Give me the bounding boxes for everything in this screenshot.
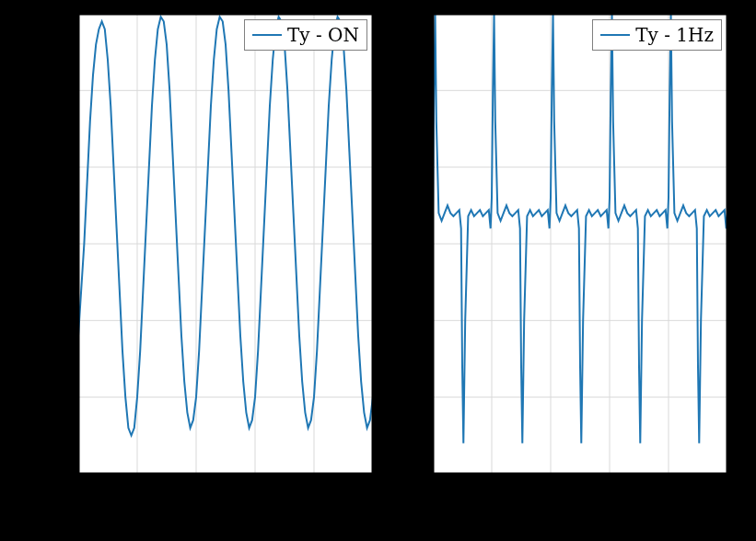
figure: Ty - ON 012345-15-10-5051015 Ty - 1Hz 01… (0, 0, 756, 541)
svg-text:15: 15 (46, 3, 69, 25)
svg-text:1: 1 (132, 480, 144, 502)
svg-text:5: 5 (367, 480, 379, 502)
legend-right: Ty - 1Hz (592, 19, 722, 51)
right-chart-svg (433, 14, 727, 474)
svg-text:0: 0 (427, 480, 439, 502)
legend-left: Ty - ON (244, 19, 367, 51)
y-axis-label: Torque [mN·m] (23, 166, 46, 322)
svg-text:-5: -5 (406, 309, 424, 331)
svg-text:3: 3 (250, 480, 262, 502)
legend-label: Ty - 1Hz (635, 24, 714, 46)
x-axis-label-right: Time [s] (546, 504, 630, 527)
right-chart: Ty - 1Hz (433, 14, 727, 474)
svg-text:2: 2 (191, 480, 203, 502)
legend-swatch (600, 34, 630, 36)
x-axis-label-left: Time [s] (192, 504, 275, 527)
svg-text:2: 2 (545, 480, 557, 502)
svg-text:3: 3 (604, 480, 616, 502)
svg-text:4: 4 (663, 480, 675, 502)
svg-text:15: 15 (401, 3, 424, 25)
svg-text:10: 10 (401, 79, 424, 101)
svg-text:-15: -15 (40, 463, 69, 485)
svg-text:4: 4 (308, 480, 320, 502)
svg-text:0: 0 (57, 233, 69, 255)
legend-swatch (252, 34, 282, 36)
svg-text:10: 10 (46, 79, 69, 101)
legend-label: Ty - ON (287, 24, 359, 46)
svg-text:-10: -10 (394, 386, 424, 409)
svg-text:5: 5 (412, 156, 424, 178)
svg-text:0: 0 (73, 480, 85, 502)
svg-text:5: 5 (722, 480, 734, 502)
svg-text:-5: -5 (52, 309, 69, 331)
left-chart-svg (78, 14, 373, 474)
left-chart: Ty - ON (78, 14, 373, 474)
svg-text:0: 0 (412, 233, 424, 255)
svg-text:5: 5 (57, 156, 69, 178)
svg-text:-10: -10 (40, 386, 69, 409)
svg-text:-15: -15 (394, 463, 424, 485)
svg-text:1: 1 (486, 480, 498, 502)
